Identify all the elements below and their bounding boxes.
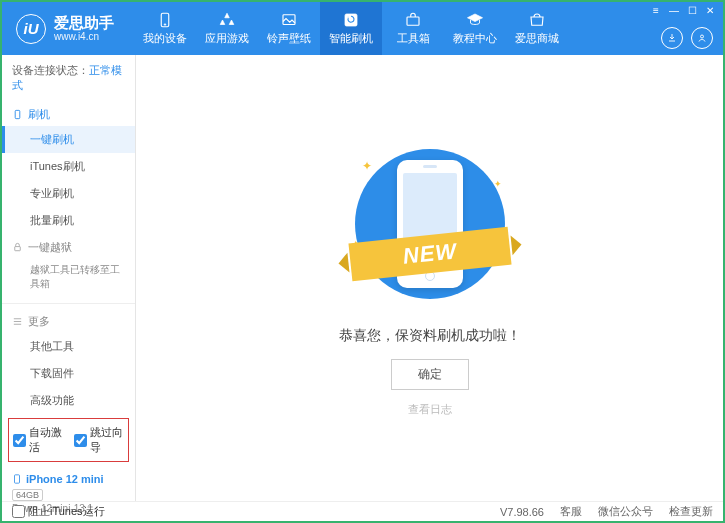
- brand-text: 爱思助手 www.i4.cn: [54, 14, 114, 43]
- apps-icon: [218, 11, 236, 29]
- phone-small-icon: [12, 109, 23, 120]
- titlebar: iU 爱思助手 www.i4.cn 我的设备 应用游戏 铃声壁纸 智能刷机: [2, 2, 723, 55]
- svg-rect-4: [407, 17, 419, 25]
- nav-store[interactable]: 爱思商城: [506, 2, 568, 55]
- chk-label: 跳过向导: [90, 425, 125, 455]
- svg-rect-8: [15, 475, 20, 483]
- section-jailbreak[interactable]: 一键越狱: [2, 234, 135, 259]
- nav-label: 教程中心: [453, 31, 497, 46]
- chk-auto-activate-input[interactable]: [13, 434, 26, 447]
- phone-speaker: [423, 165, 437, 168]
- conn-label: 设备连接状态：: [12, 64, 89, 76]
- device-name: iPhone 12 mini: [12, 472, 125, 486]
- chk-label: 阻止iTunes运行: [28, 504, 105, 519]
- sidebar-item-batch-flash[interactable]: 批量刷机: [2, 207, 135, 234]
- sidebar-item-pro-flash[interactable]: 专业刷机: [2, 180, 135, 207]
- nav-tutorials[interactable]: 教程中心: [444, 2, 506, 55]
- sidebar-item-itunes-flash[interactable]: iTunes刷机: [2, 153, 135, 180]
- divider: [2, 303, 135, 304]
- menu-icon[interactable]: ≡: [649, 4, 663, 16]
- close-button[interactable]: ✕: [703, 4, 717, 16]
- version-label: V7.98.66: [500, 506, 544, 518]
- lock-icon: [12, 242, 23, 253]
- nav-label: 应用游戏: [205, 31, 249, 46]
- sidebar-item-other-tools[interactable]: 其他工具: [2, 333, 135, 360]
- success-message: 恭喜您，保资料刷机成功啦！: [339, 327, 521, 345]
- view-log-link[interactable]: 查看日志: [408, 402, 452, 417]
- nav-label: 智能刷机: [329, 31, 373, 46]
- chk-block-itunes-input[interactable]: [12, 505, 25, 518]
- toolbox-icon: [404, 11, 422, 29]
- footer-right: V7.98.66 客服 微信公众号 检查更新: [500, 504, 713, 519]
- sidebar-item-advanced[interactable]: 高级功能: [2, 387, 135, 414]
- refresh-icon: [342, 11, 360, 29]
- header-actions: [661, 27, 713, 49]
- svg-point-1: [164, 24, 166, 26]
- minimize-button[interactable]: —: [667, 4, 681, 16]
- star-icon: ✦: [362, 159, 372, 173]
- app-url: www.i4.cn: [54, 31, 114, 43]
- store-icon: [528, 11, 546, 29]
- section-label: 刷机: [28, 107, 50, 122]
- main-content: NEW ✦ ✦ ✦ 恭喜您，保资料刷机成功啦！ 确定 查看日志: [136, 55, 723, 501]
- device-name-text: iPhone 12 mini: [26, 473, 104, 485]
- chk-skip-guide-input[interactable]: [74, 434, 87, 447]
- more-items: 其他工具 下载固件 高级功能: [2, 333, 135, 414]
- svg-rect-7: [15, 247, 21, 251]
- nav-toolbox[interactable]: 工具箱: [382, 2, 444, 55]
- phone-icon: [156, 11, 174, 29]
- success-graphic: NEW ✦ ✦ ✦: [340, 139, 520, 309]
- connection-status: 设备连接状态：正常模式: [2, 55, 135, 101]
- wallpaper-icon: [280, 11, 298, 29]
- star-icon: ✦: [352, 239, 360, 249]
- graduation-icon: [466, 11, 484, 29]
- nav-smart-flash[interactable]: 智能刷机: [320, 2, 382, 55]
- nav-apps-games[interactable]: 应用游戏: [196, 2, 258, 55]
- brand: iU 爱思助手 www.i4.cn: [2, 2, 128, 55]
- svg-rect-6: [15, 110, 20, 118]
- ok-button[interactable]: 确定: [391, 359, 469, 390]
- window-controls: ≡ — ☐ ✕: [649, 4, 717, 16]
- nav-label: 铃声壁纸: [267, 31, 311, 46]
- main-nav: 我的设备 应用游戏 铃声壁纸 智能刷机 工具箱 教程中心: [134, 2, 723, 55]
- option-checks: 自动激活 跳过向导: [8, 418, 129, 462]
- check-update-link[interactable]: 检查更新: [669, 504, 713, 519]
- chk-block-itunes[interactable]: 阻止iTunes运行: [12, 504, 105, 519]
- maximize-button[interactable]: ☐: [685, 4, 699, 16]
- section-label: 更多: [28, 314, 50, 329]
- nav-label: 我的设备: [143, 31, 187, 46]
- nav-label: 工具箱: [397, 31, 430, 46]
- sidebar: 设备连接状态：正常模式 刷机 一键刷机 iTunes刷机 专业刷机 批量刷机 一…: [2, 55, 136, 501]
- brand-logo-icon: iU: [16, 14, 46, 44]
- download-button[interactable]: [661, 27, 683, 49]
- phone-mini-icon: [12, 472, 22, 486]
- device-capacity: 64GB: [12, 489, 43, 501]
- section-more[interactable]: 更多: [2, 308, 135, 333]
- wechat-link[interactable]: 微信公众号: [598, 504, 653, 519]
- customer-service-link[interactable]: 客服: [560, 504, 582, 519]
- list-icon: [12, 316, 23, 327]
- chk-label: 自动激活: [29, 425, 64, 455]
- svg-point-5: [701, 35, 704, 38]
- app-name: 爱思助手: [54, 14, 114, 31]
- nav-label: 爱思商城: [515, 31, 559, 46]
- flash-items: 一键刷机 iTunes刷机 专业刷机 批量刷机: [2, 126, 135, 234]
- chk-skip-guide[interactable]: 跳过向导: [74, 425, 125, 455]
- star-icon: ✦: [494, 179, 502, 189]
- nav-ringtones[interactable]: 铃声壁纸: [258, 2, 320, 55]
- chk-auto-activate[interactable]: 自动激活: [13, 425, 64, 455]
- app-window: iU 爱思助手 www.i4.cn 我的设备 应用游戏 铃声壁纸 智能刷机: [0, 0, 725, 523]
- body: 设备连接状态：正常模式 刷机 一键刷机 iTunes刷机 专业刷机 批量刷机 一…: [2, 55, 723, 501]
- nav-my-devices[interactable]: 我的设备: [134, 2, 196, 55]
- section-flash[interactable]: 刷机: [2, 101, 135, 126]
- user-button[interactable]: [691, 27, 713, 49]
- sidebar-item-oneclick-flash[interactable]: 一键刷机: [2, 126, 135, 153]
- jailbreak-note: 越狱工具已转移至工具箱: [30, 263, 125, 291]
- svg-rect-3: [345, 14, 357, 26]
- section-label: 一键越狱: [28, 240, 72, 255]
- sidebar-item-download-firmware[interactable]: 下载固件: [2, 360, 135, 387]
